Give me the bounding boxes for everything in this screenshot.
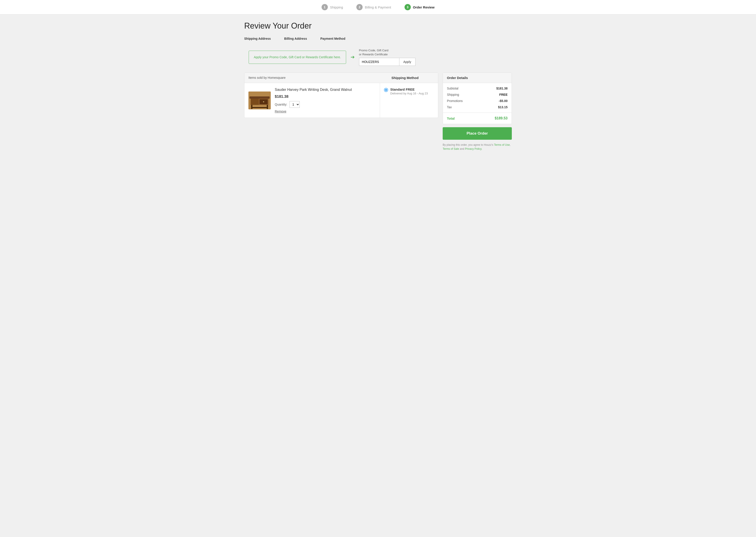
promo-label: Promo Code, Gift Card or Rewards Certifi… [359, 48, 415, 57]
order-details-header: Order Details [443, 73, 511, 83]
shipping-address-col: Shipping Address [244, 37, 271, 42]
items-body: Sauder Harvey Park Writing Desk, Grand W… [245, 83, 438, 118]
step-3-label: Order Review [413, 5, 435, 9]
step-3-circle: 3 [404, 4, 411, 10]
order-details-box: Order Details Subtotal $181.38 Shipping … [443, 72, 512, 124]
shipping-cost-value: FREE [499, 93, 508, 97]
svg-rect-5 [251, 105, 252, 109]
product-image [248, 92, 271, 109]
svg-rect-0 [249, 97, 270, 99]
billing-address-label: Billing Address [284, 37, 307, 40]
product-price: $181.38 [275, 95, 376, 99]
promo-box: Apply your Promo Code, Gift Card or Rewa… [249, 51, 346, 64]
shipping-method-header: Shipping Method [376, 76, 434, 80]
promo-section: Apply your Promo Code, Gift Card or Rewa… [249, 48, 512, 66]
shipping-area: Standard FREE Delivered by Aug 16 - Aug … [380, 83, 438, 118]
shipping-option: Standard FREE Delivered by Aug 16 - Aug … [384, 88, 434, 95]
tax-value: $13.15 [498, 105, 508, 109]
product-row: Sauder Harvey Park Writing Desk, Grand W… [248, 88, 376, 113]
main-content: Review Your Order Shipping Address Billi… [240, 15, 516, 158]
quantity-label: Quantity: [275, 103, 287, 106]
delivery-estimate: Delivered by Aug 16 - Aug 23 [390, 92, 428, 95]
apply-promo-button[interactable]: Apply [399, 58, 415, 66]
terms-of-sale-link[interactable]: Terms of Sale [443, 147, 459, 150]
promotions-value: -$5.00 [499, 99, 508, 103]
svg-rect-7 [252, 107, 267, 108]
quantity-select[interactable]: 1 2 3 [289, 101, 300, 108]
total-line: Total $189.53 [443, 112, 511, 124]
step-2-circle: 2 [357, 4, 362, 10]
step-1-label: Shipping [330, 5, 343, 9]
shipping-address-label: Shipping Address [244, 37, 271, 40]
content-area: Items sold by Homesquare Shipping Method [244, 72, 512, 151]
promo-arrow-icon: ➔ [351, 54, 355, 60]
promo-row: Apply [359, 58, 415, 66]
page-title: Review Your Order [244, 21, 512, 30]
promo-code-input[interactable] [359, 58, 399, 66]
total-value: $189.53 [495, 116, 508, 120]
remove-button[interactable]: Remove [275, 109, 286, 113]
step-1-circle: 1 [321, 4, 328, 10]
left-column: Items sold by Homesquare Shipping Method [244, 72, 438, 118]
promo-input-group: Promo Code, Gift Card or Rewards Certifi… [359, 48, 415, 66]
items-header: Items sold by Homesquare Shipping Method [245, 73, 438, 83]
product-qty-row: Quantity: 1 2 3 [275, 101, 376, 108]
step-shipping[interactable]: 1 Shipping [321, 4, 343, 10]
subtotal-value: $181.38 [496, 87, 508, 90]
shipping-cost-label: Shipping [447, 93, 459, 97]
product-info: Sauder Harvey Park Writing Desk, Grand W… [275, 88, 376, 113]
shipping-option-name: Standard FREE [390, 88, 428, 91]
tax-label: Tax [447, 105, 452, 109]
items-sold-by: Items sold by Homesquare [248, 76, 376, 80]
step-2-label: Billing & Payment [365, 5, 391, 9]
payment-method-label: Payment Method [320, 37, 345, 40]
payment-method-col: Payment Method [320, 37, 345, 42]
privacy-policy-link[interactable]: Privacy Policy [465, 147, 481, 150]
svg-rect-4 [251, 99, 259, 105]
promotions-line: Promotions -$5.00 [447, 99, 508, 103]
total-label: Total [447, 116, 455, 120]
address-row: Shipping Address Billing Address Payment… [244, 37, 512, 42]
promotions-label: Promotions [447, 99, 463, 103]
billing-address-col: Billing Address [284, 37, 307, 42]
shipping-option-info: Standard FREE Delivered by Aug 16 - Aug … [390, 88, 428, 95]
product-area: Sauder Harvey Park Writing Desk, Grand W… [245, 83, 380, 118]
step-order-review[interactable]: 3 Order Review [404, 4, 435, 10]
promo-box-text: Apply your Promo Code, Gift Card or Rewa… [254, 55, 341, 59]
order-details-body: Subtotal $181.38 Shipping FREE Promotion… [443, 83, 511, 112]
shipping-radio[interactable] [384, 88, 388, 92]
terms-of-use-link[interactable]: Terms of Use [494, 143, 510, 146]
tax-line: Tax $13.15 [447, 105, 508, 109]
place-order-button[interactable]: Place Order [443, 127, 512, 140]
step-billing[interactable]: 2 Billing & Payment [357, 4, 391, 10]
legal-text: By placing this order, you agree to Houz… [443, 143, 512, 151]
svg-point-3 [263, 101, 264, 102]
checkout-stepper: 1 Shipping 2 Billing & Payment 3 Order R… [0, 0, 756, 15]
subtotal-line: Subtotal $181.38 [447, 87, 508, 90]
items-section: Items sold by Homesquare Shipping Method [244, 72, 438, 118]
svg-rect-6 [267, 105, 268, 109]
product-name: Sauder Harvey Park Writing Desk, Grand W… [275, 88, 376, 92]
subtotal-label: Subtotal [447, 87, 458, 90]
right-column: Order Details Subtotal $181.38 Shipping … [443, 72, 512, 151]
shipping-line: Shipping FREE [447, 93, 508, 97]
